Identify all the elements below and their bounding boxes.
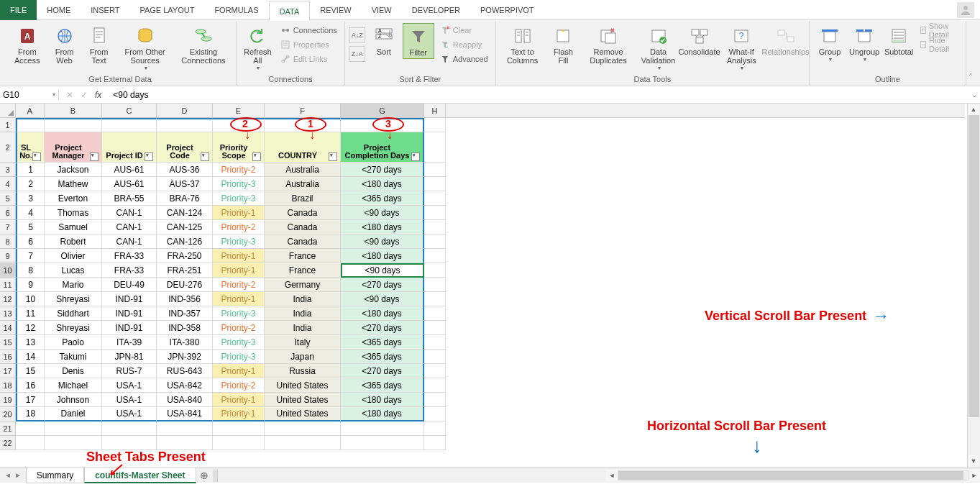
cell[interactable]: Priority-1	[213, 263, 265, 278]
row-header[interactable]: 21	[0, 421, 16, 436]
cell[interactable]	[213, 421, 265, 436]
cell[interactable]: 16	[16, 378, 45, 393]
consolidate-button[interactable]: Consolidate	[682, 23, 717, 58]
cell[interactable]: Olivier	[45, 249, 102, 263]
cell[interactable]: AUS-61	[102, 177, 157, 191]
sheet-tab-master[interactable]: countifs-Master Sheet	[84, 468, 196, 483]
row-header[interactable]: 11	[0, 278, 16, 292]
cell[interactable]: <180 days	[341, 407, 424, 421]
cell[interactable]	[424, 378, 446, 393]
cell[interactable]	[102, 118, 157, 132]
edit-links-button[interactable]: Edit Links	[278, 52, 340, 66]
cell[interactable]	[424, 206, 446, 220]
cell[interactable]: Shreyasi	[45, 321, 102, 335]
cell[interactable]: Priority-3	[213, 306, 265, 321]
cell[interactable]: 17	[16, 393, 45, 407]
cell[interactable]: 4	[16, 206, 45, 220]
cell[interactable]: India	[265, 292, 341, 306]
cell[interactable]	[16, 436, 45, 450]
review-tab[interactable]: REVIEW	[310, 0, 361, 20]
cell[interactable]: <365 days	[341, 378, 424, 393]
cell[interactable]: Japan	[265, 350, 341, 364]
cell[interactable]: Priority-1	[213, 249, 265, 263]
formula-input[interactable]: <90 days	[109, 90, 971, 100]
cell[interactable]: JPN-392	[157, 350, 213, 364]
tab-splitter[interactable]	[214, 469, 218, 482]
cell[interactable]: Germany	[265, 278, 341, 292]
cell[interactable]: Project Manager	[45, 132, 102, 163]
row-header[interactable]: 3	[0, 163, 16, 177]
cell[interactable]: Takumi	[45, 350, 102, 364]
tab-nav[interactable]: ◄►	[0, 471, 26, 479]
cell[interactable]: Priority-3	[213, 350, 265, 364]
cell[interactable]	[424, 350, 446, 364]
cell[interactable]	[341, 421, 424, 436]
properties-button[interactable]: Properties	[278, 37, 340, 52]
cell[interactable]: India	[265, 306, 341, 321]
row-header[interactable]: 17	[0, 364, 16, 378]
home-tab[interactable]: HOME	[37, 0, 81, 20]
cell[interactable]: Priority-2	[213, 278, 265, 292]
vscroll-track[interactable]	[968, 115, 980, 455]
scroll-right-icon[interactable]: ►	[968, 470, 980, 481]
remove-duplicates-button[interactable]: Remove Duplicates	[582, 23, 634, 66]
cell[interactable]: India	[265, 321, 341, 335]
fx-icon[interactable]: fx	[95, 90, 101, 100]
cell[interactable]: IND-358	[157, 321, 213, 335]
sort-az-button[interactable]: A↓Z	[349, 27, 365, 43]
name-box[interactable]: G10▾	[0, 90, 59, 100]
cell[interactable]: 18	[16, 407, 45, 421]
cell[interactable]: 12	[16, 321, 45, 335]
cell[interactable]: Australia	[265, 177, 341, 191]
col-header-B[interactable]: B	[45, 104, 102, 117]
row-header[interactable]: 22	[0, 436, 16, 450]
filter-dropdown-icon[interactable]	[201, 152, 209, 161]
cell[interactable]	[424, 335, 446, 350]
row-header[interactable]: 7	[0, 220, 16, 234]
clear-button[interactable]: Clear	[437, 23, 491, 37]
cell[interactable]: DEU-276	[157, 278, 213, 292]
cell[interactable]: Canada	[265, 234, 341, 249]
filter-dropdown-icon[interactable]	[145, 152, 153, 161]
cell[interactable]	[424, 118, 446, 132]
filter-dropdown-icon[interactable]	[90, 152, 99, 161]
cell[interactable]: <180 days	[341, 249, 424, 263]
cell[interactable]: ITA-380	[157, 335, 213, 350]
cell[interactable]: <90 days	[341, 292, 424, 306]
cell[interactable]: Project Code	[157, 132, 213, 163]
cell[interactable]: Priority-2	[213, 378, 265, 393]
cell[interactable]: Everton	[45, 191, 102, 206]
cell[interactable]: 8	[16, 263, 45, 278]
row-header[interactable]: 2	[0, 132, 16, 163]
cell[interactable]: Project Completion Days	[341, 132, 424, 163]
cell[interactable]: Priority Scope	[213, 132, 265, 163]
flash-fill-button[interactable]: Flash Fill	[547, 23, 579, 66]
show-detail-button[interactable]: +Show Detail	[917, 23, 961, 37]
cell[interactable]: FRA-33	[102, 263, 157, 278]
new-sheet-button[interactable]: ⊕	[196, 470, 212, 481]
cell[interactable]: Priority-1	[213, 407, 265, 421]
cell[interactable]: AUS-37	[157, 177, 213, 191]
cell[interactable]	[102, 421, 157, 436]
cell[interactable]: IND-91	[102, 306, 157, 321]
cell[interactable]	[424, 436, 446, 450]
cell[interactable]: Priority-2	[213, 220, 265, 234]
cell[interactable]: CAN-126	[157, 234, 213, 249]
cell[interactable]: Priority-3	[213, 191, 265, 206]
cell[interactable]	[424, 234, 446, 249]
cell[interactable]: Priority-2	[213, 321, 265, 335]
cell[interactable]: USA-1	[102, 378, 157, 393]
user-account-button[interactable]	[957, 2, 974, 18]
row-header[interactable]: 14	[0, 321, 16, 335]
cell[interactable]: Canada	[265, 206, 341, 220]
cell[interactable]	[424, 421, 446, 436]
vscroll-thumb[interactable]	[968, 115, 979, 417]
filter-dropdown-icon[interactable]	[32, 152, 41, 161]
cell[interactable]: Paolo	[45, 335, 102, 350]
cell[interactable]: Mario	[45, 278, 102, 292]
cell[interactable]	[424, 306, 446, 321]
cell[interactable]	[102, 436, 157, 450]
cell[interactable]: 9	[16, 278, 45, 292]
cell[interactable]: 5	[16, 220, 45, 234]
cell[interactable]: Jackson	[45, 163, 102, 177]
